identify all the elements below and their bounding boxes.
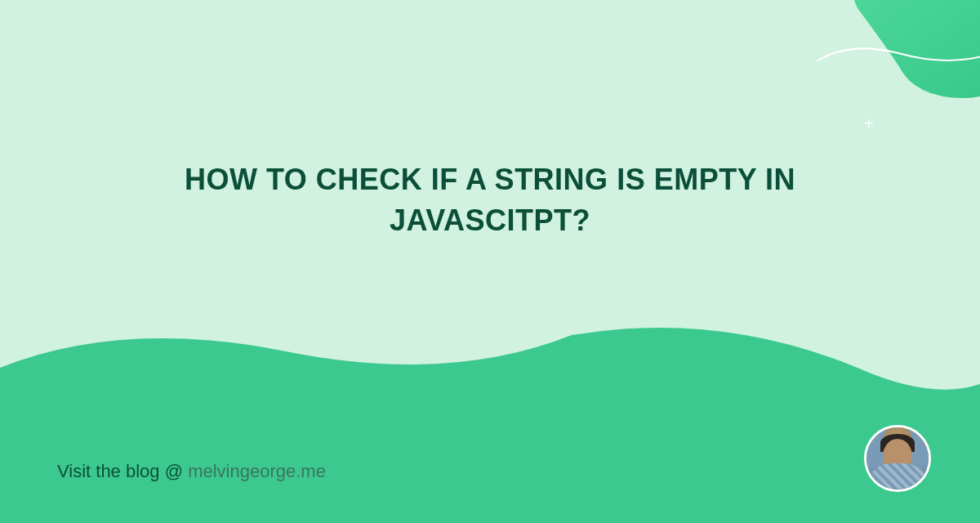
- avatar: [864, 425, 931, 492]
- footer-prefix: Visit the blog @: [57, 461, 188, 481]
- decorative-blob: [784, 0, 980, 147]
- footer-cta: Visit the blog @ melvingeorge.me: [57, 461, 326, 482]
- plus-icon: +: [864, 114, 874, 133]
- footer-domain[interactable]: melvingeorge.me: [188, 461, 326, 481]
- wave-decoration: [0, 294, 980, 523]
- page-title: HOW TO CHECK IF A STRING IS EMPTY IN JAV…: [122, 159, 858, 242]
